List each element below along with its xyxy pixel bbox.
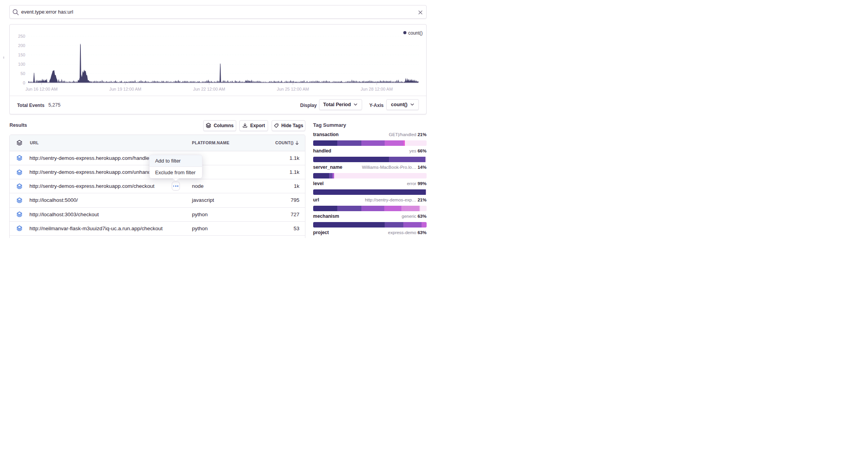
svg-text:Jun 28 12:00 AM: Jun 28 12:00 AM (361, 87, 393, 91)
svg-text:0: 0 (23, 80, 25, 85)
svg-text:Jun 25 12:00 AM: Jun 25 12:00 AM (277, 87, 309, 91)
svg-text:250: 250 (18, 34, 25, 38)
svg-text:Jun 22 12:00 AM: Jun 22 12:00 AM (193, 87, 225, 91)
svg-text:50: 50 (20, 71, 25, 76)
svg-text:100: 100 (18, 62, 25, 66)
svg-text:200: 200 (18, 43, 25, 48)
svg-text:150: 150 (18, 52, 25, 57)
svg-text:Jun 19 12:00 AM: Jun 19 12:00 AM (109, 87, 141, 91)
svg-text:Jun 16 12:00 AM: Jun 16 12:00 AM (25, 87, 58, 91)
